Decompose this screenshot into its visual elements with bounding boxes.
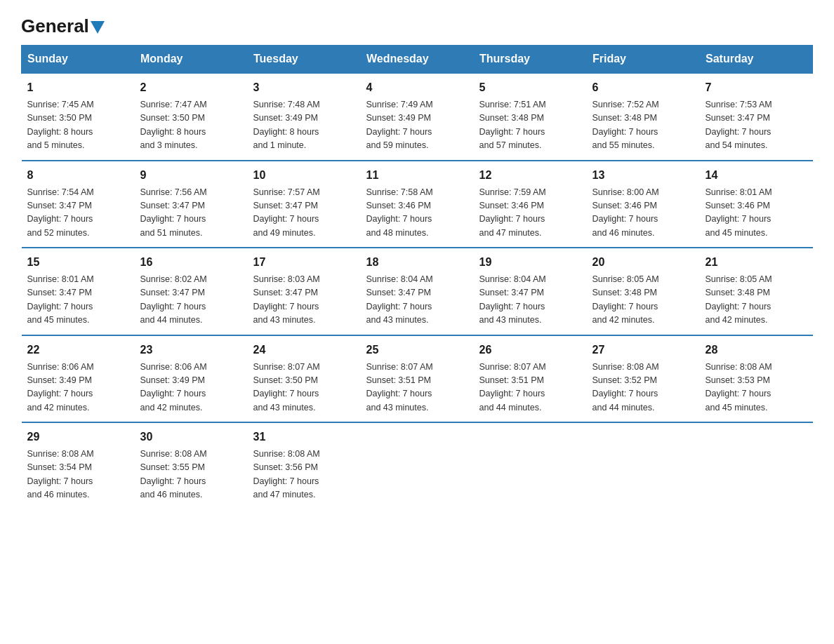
day-number: 7 <box>706 79 807 96</box>
day-number: 28 <box>706 342 807 358</box>
day-info: Sunrise: 7:59 AMSunset: 3:46 PMDaylight:… <box>479 187 546 238</box>
day-cell <box>587 422 700 509</box>
day-info: Sunrise: 7:58 AMSunset: 3:46 PMDaylight:… <box>366 187 433 238</box>
day-number: 18 <box>366 254 468 271</box>
day-info: Sunrise: 8:01 AMSunset: 3:46 PMDaylight:… <box>706 187 772 238</box>
day-cell: 19Sunrise: 8:04 AMSunset: 3:47 PMDayligh… <box>474 248 587 335</box>
day-cell: 12Sunrise: 7:59 AMSunset: 3:46 PMDayligh… <box>474 161 587 248</box>
day-number: 29 <box>27 429 129 445</box>
logo-general: General <box>21 15 89 36</box>
day-cell: 4Sunrise: 7:49 AMSunset: 3:49 PMDaylight… <box>361 73 474 161</box>
day-cell: 8Sunrise: 7:54 AMSunset: 3:47 PMDaylight… <box>22 161 135 248</box>
calendar-table: SundayMondayTuesdayWednesdayThursdayFrid… <box>21 45 813 509</box>
day-info: Sunrise: 8:07 AMSunset: 3:50 PMDaylight:… <box>253 362 320 412</box>
day-cell: 31Sunrise: 8:08 AMSunset: 3:56 PMDayligh… <box>248 422 361 509</box>
day-cell: 25Sunrise: 8:07 AMSunset: 3:51 PMDayligh… <box>361 335 474 423</box>
day-cell: 11Sunrise: 7:58 AMSunset: 3:46 PMDayligh… <box>361 161 474 248</box>
day-cell: 27Sunrise: 8:08 AMSunset: 3:52 PMDayligh… <box>587 335 700 423</box>
header-thursday: Thursday <box>474 46 587 74</box>
day-info: Sunrise: 8:07 AMSunset: 3:51 PMDaylight:… <box>366 362 433 412</box>
header-friday: Friday <box>587 46 700 74</box>
day-info: Sunrise: 8:05 AMSunset: 3:48 PMDaylight:… <box>706 274 772 325</box>
day-number: 30 <box>140 429 242 445</box>
day-number: 31 <box>253 429 355 445</box>
header-tuesday: Tuesday <box>248 46 361 74</box>
day-cell <box>361 422 474 509</box>
day-info: Sunrise: 8:01 AMSunset: 3:47 PMDaylight:… <box>27 274 94 325</box>
day-info: Sunrise: 8:08 AMSunset: 3:53 PMDaylight:… <box>706 362 772 412</box>
day-info: Sunrise: 7:54 AMSunset: 3:47 PMDaylight:… <box>27 187 94 238</box>
top-section: General <box>21 17 813 32</box>
week-row-5: 29Sunrise: 8:08 AMSunset: 3:54 PMDayligh… <box>22 422 813 509</box>
day-cell: 28Sunrise: 8:08 AMSunset: 3:53 PMDayligh… <box>700 335 813 423</box>
week-row-1: 1Sunrise: 7:45 AMSunset: 3:50 PMDaylight… <box>22 73 813 161</box>
day-number: 26 <box>479 342 581 358</box>
day-cell: 10Sunrise: 7:57 AMSunset: 3:47 PMDayligh… <box>248 161 361 248</box>
day-number: 27 <box>593 342 694 358</box>
day-number: 22 <box>27 342 129 358</box>
week-row-3: 15Sunrise: 8:01 AMSunset: 3:47 PMDayligh… <box>22 248 813 335</box>
day-cell: 5Sunrise: 7:51 AMSunset: 3:48 PMDaylight… <box>474 73 587 161</box>
day-number: 10 <box>253 167 355 184</box>
day-number: 3 <box>253 79 355 96</box>
day-info: Sunrise: 8:04 AMSunset: 3:47 PMDaylight:… <box>479 274 546 325</box>
day-info: Sunrise: 8:08 AMSunset: 3:55 PMDaylight:… <box>140 449 207 499</box>
day-number: 23 <box>140 342 242 358</box>
day-info: Sunrise: 8:08 AMSunset: 3:56 PMDaylight:… <box>253 449 320 499</box>
day-cell <box>474 422 587 509</box>
day-info: Sunrise: 8:05 AMSunset: 3:48 PMDaylight:… <box>593 274 659 325</box>
day-info: Sunrise: 7:53 AMSunset: 3:47 PMDaylight:… <box>706 100 772 150</box>
day-number: 8 <box>27 167 129 184</box>
day-info: Sunrise: 7:51 AMSunset: 3:48 PMDaylight:… <box>479 100 546 150</box>
day-cell: 16Sunrise: 8:02 AMSunset: 3:47 PMDayligh… <box>135 248 248 335</box>
day-cell: 6Sunrise: 7:52 AMSunset: 3:48 PMDaylight… <box>587 73 700 161</box>
day-cell: 26Sunrise: 8:07 AMSunset: 3:51 PMDayligh… <box>474 335 587 423</box>
day-cell: 3Sunrise: 7:48 AMSunset: 3:49 PMDaylight… <box>248 73 361 161</box>
header-sunday: Sunday <box>22 46 135 74</box>
day-cell: 9Sunrise: 7:56 AMSunset: 3:47 PMDaylight… <box>135 161 248 248</box>
day-cell <box>700 422 813 509</box>
day-info: Sunrise: 7:49 AMSunset: 3:49 PMDaylight:… <box>366 100 433 150</box>
header-wednesday: Wednesday <box>361 46 474 74</box>
day-info: Sunrise: 8:08 AMSunset: 3:52 PMDaylight:… <box>593 362 659 412</box>
day-info: Sunrise: 7:56 AMSunset: 3:47 PMDaylight:… <box>140 187 207 238</box>
day-info: Sunrise: 7:52 AMSunset: 3:48 PMDaylight:… <box>593 100 659 150</box>
day-number: 5 <box>479 79 581 96</box>
day-cell: 2Sunrise: 7:47 AMSunset: 3:50 PMDaylight… <box>135 73 248 161</box>
day-number: 14 <box>706 167 807 184</box>
day-number: 6 <box>593 79 694 96</box>
day-info: Sunrise: 8:02 AMSunset: 3:47 PMDaylight:… <box>140 274 207 325</box>
day-cell: 14Sunrise: 8:01 AMSunset: 3:46 PMDayligh… <box>700 161 813 248</box>
day-cell: 30Sunrise: 8:08 AMSunset: 3:55 PMDayligh… <box>135 422 248 509</box>
day-cell: 17Sunrise: 8:03 AMSunset: 3:47 PMDayligh… <box>248 248 361 335</box>
logo-triangle-icon <box>91 21 105 34</box>
day-number: 11 <box>366 167 468 184</box>
day-info: Sunrise: 7:48 AMSunset: 3:49 PMDaylight:… <box>253 100 320 150</box>
day-cell: 18Sunrise: 8:04 AMSunset: 3:47 PMDayligh… <box>361 248 474 335</box>
day-number: 17 <box>253 254 355 271</box>
day-cell: 24Sunrise: 8:07 AMSunset: 3:50 PMDayligh… <box>248 335 361 423</box>
day-cell: 22Sunrise: 8:06 AMSunset: 3:49 PMDayligh… <box>22 335 135 423</box>
day-number: 4 <box>366 79 468 96</box>
day-number: 16 <box>140 254 242 271</box>
day-number: 21 <box>706 254 807 271</box>
day-info: Sunrise: 8:07 AMSunset: 3:51 PMDaylight:… <box>479 362 546 412</box>
day-number: 24 <box>253 342 355 358</box>
day-cell: 29Sunrise: 8:08 AMSunset: 3:54 PMDayligh… <box>22 422 135 509</box>
day-number: 15 <box>27 254 129 271</box>
day-cell: 1Sunrise: 7:45 AMSunset: 3:50 PMDaylight… <box>22 73 135 161</box>
day-info: Sunrise: 7:57 AMSunset: 3:47 PMDaylight:… <box>253 187 320 238</box>
day-number: 13 <box>593 167 694 184</box>
day-number: 1 <box>27 79 129 96</box>
week-row-4: 22Sunrise: 8:06 AMSunset: 3:49 PMDayligh… <box>22 335 813 423</box>
day-cell: 13Sunrise: 8:00 AMSunset: 3:46 PMDayligh… <box>587 161 700 248</box>
header-monday: Monday <box>135 46 248 74</box>
day-info: Sunrise: 8:06 AMSunset: 3:49 PMDaylight:… <box>140 362 207 412</box>
day-info: Sunrise: 8:04 AMSunset: 3:47 PMDaylight:… <box>366 274 433 325</box>
week-row-2: 8Sunrise: 7:54 AMSunset: 3:47 PMDaylight… <box>22 161 813 248</box>
header-row: SundayMondayTuesdayWednesdayThursdayFrid… <box>22 46 813 74</box>
day-info: Sunrise: 8:00 AMSunset: 3:46 PMDaylight:… <box>593 187 659 238</box>
day-info: Sunrise: 7:45 AMSunset: 3:50 PMDaylight:… <box>27 100 94 150</box>
day-info: Sunrise: 7:47 AMSunset: 3:50 PMDaylight:… <box>140 100 207 150</box>
day-number: 12 <box>479 167 581 184</box>
